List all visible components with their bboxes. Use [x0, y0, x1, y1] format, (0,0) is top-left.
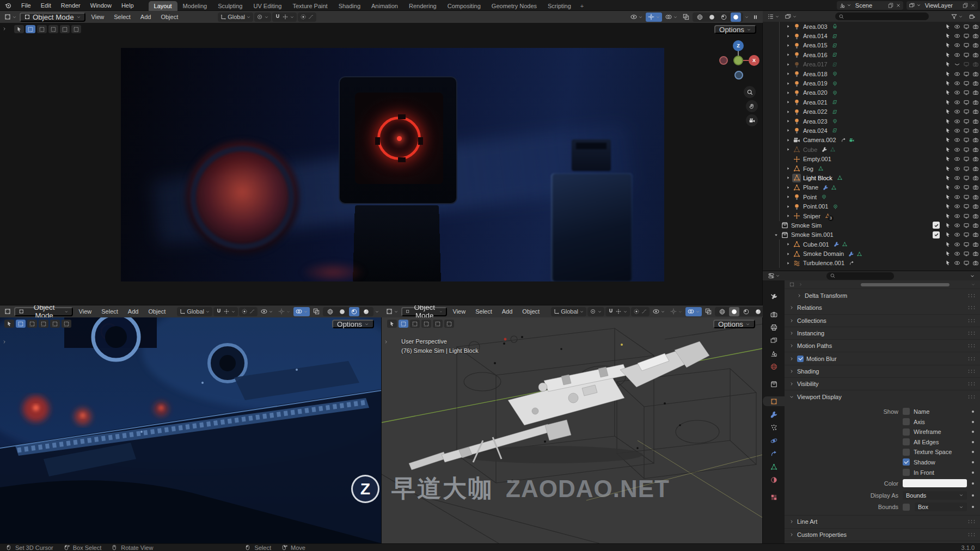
snapping-controls[interactable]: [272, 13, 297, 22]
panel-header[interactable]: Shading: [785, 365, 980, 378]
options-button[interactable]: Options: [713, 320, 755, 328]
workspace-tab[interactable]: Scripting: [542, 1, 577, 11]
properties-search-input[interactable]: [826, 272, 894, 280]
mode-dropdown[interactable]: Object Mode: [14, 307, 73, 316]
gizmo-center[interactable]: [733, 56, 743, 65]
disable-in-viewports-toggle[interactable]: [961, 52, 971, 58]
disable-in-renders-toggle[interactable]: [971, 213, 980, 219]
pivot-point-dropdown[interactable]: [587, 307, 604, 316]
hide-in-viewport-toggle[interactable]: [952, 194, 961, 200]
proportional-editing-controls[interactable]: [298, 13, 316, 22]
outliner-row[interactable]: Smoke Sim.001: [763, 230, 980, 240]
outliner-row[interactable]: Plane: [763, 183, 980, 192]
remove-viewlayer-icon[interactable]: [970, 3, 976, 8]
hide-in-viewport-toggle[interactable]: [952, 175, 961, 181]
panel-drag-handle[interactable]: [967, 369, 976, 374]
header-toggle-button[interactable]: [681, 13, 691, 22]
expand-arrow-icon[interactable]: [786, 52, 792, 57]
expand-arrow-icon[interactable]: [786, 166, 792, 171]
disable-in-renders-toggle[interactable]: [971, 89, 980, 96]
properties-tab[interactable]: [763, 396, 785, 406]
panel-drag-handle[interactable]: [967, 293, 976, 298]
properties-tab[interactable]: [763, 292, 785, 302]
disable-in-viewports-toggle[interactable]: [961, 127, 971, 134]
outliner-row[interactable]: Fog: [763, 164, 980, 173]
disable-in-renders-toggle[interactable]: [971, 137, 980, 143]
disable-in-viewports-toggle[interactable]: [961, 33, 971, 39]
expand-arrow-icon[interactable]: [786, 43, 792, 48]
select-tool-button[interactable]: [71, 25, 81, 33]
pause-render-button[interactable]: [750, 13, 761, 22]
new-scene-icon[interactable]: [887, 2, 894, 9]
header-toggle-button[interactable]: [668, 307, 684, 316]
panel-drag-handle[interactable]: [967, 331, 976, 335]
shading-mode-button[interactable]: [707, 13, 717, 22]
shading-mode-button[interactable]: [731, 13, 741, 22]
properties-tab[interactable]: [763, 462, 785, 472]
disable-in-renders-toggle[interactable]: [971, 127, 980, 134]
animate-dot[interactable]: [972, 411, 974, 413]
bounds-dropdown[interactable]: Box: [915, 503, 967, 511]
unlink-scene-icon[interactable]: [896, 3, 901, 8]
disable-in-viewports-toggle[interactable]: [961, 108, 971, 115]
transform-orientation-dropdown[interactable]: Global: [551, 307, 586, 316]
viewport-menu-item[interactable]: View: [448, 308, 471, 315]
properties-tab[interactable]: [763, 492, 785, 502]
select-tool-button[interactable]: [410, 320, 420, 328]
hide-in-viewport-toggle[interactable]: [952, 33, 961, 39]
selectable-toggle[interactable]: [943, 42, 952, 48]
disable-in-renders-toggle[interactable]: [971, 166, 980, 172]
outliner-row[interactable]: Area.023: [763, 117, 980, 126]
blender-logo-icon[interactable]: [4, 2, 12, 9]
panel-drag-handle[interactable]: [967, 305, 976, 310]
select-tool-button[interactable]: [421, 320, 431, 328]
editor-type-icon[interactable]: [384, 307, 400, 316]
toolbar-expand-arrow[interactable]: [2, 339, 7, 345]
viewport-menu-item[interactable]: Object: [143, 308, 170, 315]
properties-tab[interactable]: [763, 449, 785, 458]
expand-arrow-icon[interactable]: [786, 242, 792, 247]
disable-in-viewports-toggle[interactable]: [961, 213, 971, 219]
disable-in-renders-toggle[interactable]: [971, 231, 980, 238]
hide-in-viewport-toggle[interactable]: [952, 231, 961, 238]
selectable-toggle[interactable]: [943, 231, 952, 238]
hide-in-viewport-toggle[interactable]: [952, 203, 961, 210]
hide-in-viewport-toggle[interactable]: [952, 222, 961, 229]
viewport-menu-item[interactable]: Object: [517, 308, 544, 315]
selectable-toggle[interactable]: [943, 184, 952, 191]
proportional-editing-controls[interactable]: [631, 307, 650, 316]
disable-in-viewports-toggle[interactable]: [961, 260, 971, 266]
disable-in-renders-toggle[interactable]: [971, 52, 980, 58]
select-tool-button[interactable]: [4, 320, 14, 328]
animate-dot[interactable]: [972, 461, 974, 463]
gizmo-z-axis[interactable]: Z: [733, 40, 744, 51]
select-tool-button[interactable]: [50, 320, 60, 328]
disable-in-renders-toggle[interactable]: [971, 71, 980, 77]
select-tool-button[interactable]: [60, 25, 70, 33]
disable-in-viewports-toggle[interactable]: [961, 166, 971, 172]
outliner-row[interactable]: Area.015: [763, 41, 980, 50]
selectable-toggle[interactable]: [943, 127, 952, 134]
zoom-tool-icon[interactable]: [744, 86, 756, 98]
select-tool-button[interactable]: [39, 320, 48, 328]
disable-in-renders-toggle[interactable]: [971, 203, 980, 210]
shading-mode-button[interactable]: [729, 307, 739, 316]
disable-in-viewports-toggle[interactable]: [961, 156, 971, 162]
disable-in-renders-toggle[interactable]: [971, 241, 980, 248]
shading-mode-button[interactable]: [325, 307, 335, 316]
selectable-toggle[interactable]: [943, 156, 952, 162]
disable-in-renders-toggle[interactable]: [971, 108, 980, 115]
outliner-row[interactable]: Area.018: [763, 69, 980, 78]
viewport-menu-item[interactable]: Select: [470, 308, 497, 315]
option-checkbox[interactable]: [903, 438, 910, 445]
outliner-row[interactable]: Area.019: [763, 78, 980, 88]
outliner-row[interactable]: Area.020: [763, 88, 980, 97]
editor-type-icon[interactable]: [766, 271, 782, 280]
shading-mode-button[interactable]: [361, 307, 371, 316]
viewport-menu-item[interactable]: Add: [136, 14, 156, 20]
properties-tab[interactable]: [763, 362, 785, 371]
hide-in-viewport-toggle[interactable]: [952, 80, 961, 87]
panel-checkbox[interactable]: [797, 356, 804, 362]
header-toggle-button[interactable]: [651, 307, 667, 316]
editor-type-icon[interactable]: [2, 307, 13, 316]
